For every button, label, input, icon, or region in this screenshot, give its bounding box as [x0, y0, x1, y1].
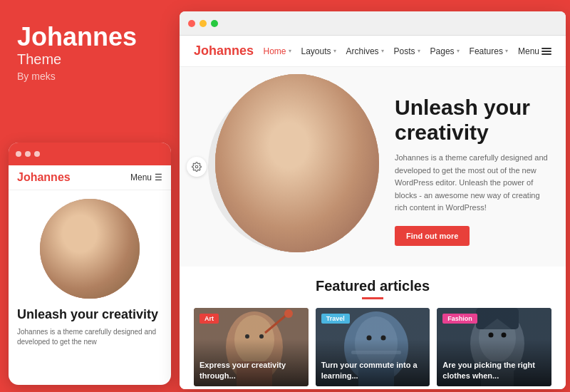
hamburger-lines: [542, 48, 551, 55]
brand-name: Johannes Theme By meks: [17, 23, 160, 82]
mobile-description: Johannes is a theme carefully designed a…: [17, 327, 162, 347]
article-art-text: Express your creativity through...: [200, 360, 303, 381]
svg-point-1: [74, 222, 105, 259]
browser-dot-yellow: [200, 20, 207, 27]
svg-point-5: [79, 234, 83, 238]
mobile-hero-image: [40, 199, 140, 299]
gear-icon: [192, 162, 202, 172]
article-fashion-text: Are you picking the right clothes when..…: [442, 360, 546, 381]
article-card-art[interactable]: Art Express your creativity through...: [194, 308, 309, 386]
nav-items: Home ▾ Layouts ▾ Archives ▾ Posts ▾ Page…: [264, 46, 552, 56]
mobile-hamburger-icon: ☰: [155, 172, 162, 182]
svg-line-7: [108, 220, 122, 238]
hero-heading: Unleash your creativity: [395, 96, 551, 145]
hero-description: Johannes is a theme carefully designed a…: [395, 152, 551, 215]
browser-dot-green: [211, 20, 218, 27]
nav-item-layouts[interactable]: Layouts ▾: [301, 46, 336, 56]
svg-rect-18: [312, 145, 327, 188]
article-card-fashion[interactable]: Fashion Are you picking the right clothe…: [437, 308, 551, 386]
mobile-dot-1: [16, 151, 21, 157]
mobile-dot-3: [34, 151, 40, 157]
svg-point-20: [243, 154, 272, 179]
travel-badge: Travel: [321, 314, 350, 324]
hamburger-icon: [542, 48, 551, 55]
svg-point-6: [96, 234, 100, 238]
chevron-down-icon: ▾: [418, 48, 420, 54]
mobile-dot-2: [25, 151, 31, 157]
site-logo: Johannes: [194, 43, 254, 58]
hero-image: [215, 74, 379, 252]
svg-point-0: [70, 219, 110, 264]
art-badge: Art: [200, 314, 219, 324]
svg-point-11: [265, 99, 329, 170]
svg-point-2: [76, 219, 104, 247]
svg-point-16: [282, 123, 288, 128]
browser-window: Johannes Home ▾ Layouts ▾ Archives ▾ Pos…: [180, 11, 566, 389]
svg-point-14: [251, 142, 343, 252]
svg-point-21: [321, 154, 351, 179]
browser-dot-red: [188, 20, 195, 27]
svg-point-3: [63, 249, 117, 299]
mobile-logo: Johannes: [17, 171, 71, 184]
svg-point-9: [195, 165, 198, 168]
nav-item-pages[interactable]: Pages ▾: [430, 46, 460, 56]
svg-point-13: [273, 100, 321, 148]
svg-point-17: [306, 123, 312, 128]
hero-text-block: Unleash your creativity Johannes is a th…: [395, 96, 551, 246]
svg-rect-15: [251, 156, 343, 252]
nav-item-menu[interactable]: Menu: [518, 46, 551, 56]
chevron-down-icon: ▾: [289, 48, 291, 54]
chevron-down-icon: ▾: [333, 48, 336, 54]
mobile-nav: Johannes Menu ☰: [9, 165, 171, 190]
nav-item-posts[interactable]: Posts ▾: [394, 46, 420, 56]
svg-point-12: [271, 101, 323, 161]
gear-button[interactable]: [187, 157, 207, 177]
svg-rect-10: [215, 74, 379, 252]
featured-divider: [362, 297, 383, 299]
svg-point-19: [331, 122, 342, 133]
mobile-heading: Unleash your creativity: [17, 307, 162, 323]
nav-item-archives[interactable]: Archives ▾: [346, 46, 384, 56]
nav-item-features[interactable]: Features ▾: [470, 46, 508, 56]
hero-section: Unleash your creativity Johannes is a th…: [180, 67, 566, 267]
featured-articles-section: Featured articles: [180, 267, 566, 389]
nav-item-home[interactable]: Home ▾: [264, 46, 291, 56]
mobile-mockup: Johannes Menu ☰ Unleash your cr: [9, 143, 171, 385]
svg-rect-22: [276, 174, 318, 202]
mobile-menu-label: Menu ☰: [130, 172, 162, 182]
browser-top-bar: [180, 11, 566, 36]
mobile-artist-illustration: [40, 199, 140, 299]
fashion-badge: Fashion: [442, 314, 477, 324]
article-travel-text: Turn your commute into a learning...: [321, 360, 425, 381]
article-card-travel[interactable]: Travel Turn your commute into a learning…: [316, 308, 430, 386]
svg-point-8: [120, 215, 128, 222]
mobile-content: Unleash your creativity Johannes is a th…: [9, 299, 171, 347]
chevron-down-icon: ▾: [381, 48, 384, 54]
featured-title: Featured articles: [194, 278, 551, 294]
chevron-down-icon: ▾: [457, 48, 460, 54]
site-navigation: Johannes Home ▾ Layouts ▾ Archives ▾ Pos…: [180, 36, 566, 67]
svg-rect-4: [63, 252, 117, 299]
chevron-down-icon: ▾: [505, 48, 508, 54]
articles-grid: Art Express your creativity through...: [194, 308, 551, 386]
mobile-top-bar: [9, 143, 171, 165]
left-panel: Johannes Theme By meks Johannes Menu ☰: [0, 0, 177, 392]
find-out-more-button[interactable]: Find out more: [395, 226, 470, 246]
artist-illustration: [215, 74, 379, 252]
